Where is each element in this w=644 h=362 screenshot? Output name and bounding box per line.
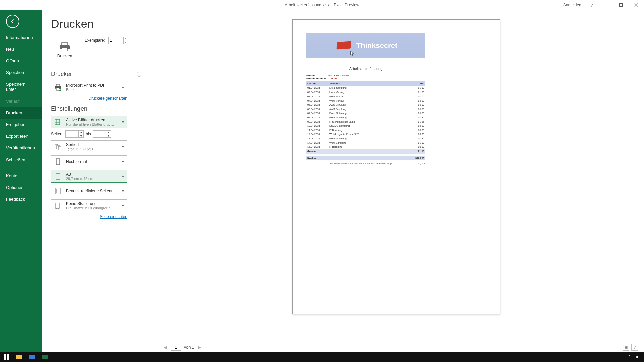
page-setup-link[interactable]: Seite einrichten [51,214,127,219]
table-row: 04.04.2018Word Vortrag02:00 [306,99,425,103]
table-row: 07.04.2018Excel Schulung06:00 [306,111,425,116]
svg-rect-4 [62,43,68,45]
copies-label: Exemplare: [85,38,105,43]
svg-rect-17 [58,146,61,150]
svg-rect-6 [62,48,67,51]
logo-text: Thinksecret [356,41,398,50]
margins-dropdown[interactable]: Benutzerdefinierte Seitenrän… [51,185,127,197]
sidebar-item-exportieren[interactable]: Exportieren [0,130,42,142]
print-scope-dropdown[interactable]: Aktive Blätter drucken Nur die aktiven B… [51,116,127,128]
minimize-button[interactable] [598,0,613,10]
svg-rect-21 [56,189,60,193]
zoom-to-page-button[interactable]: ⤢ [631,344,638,351]
back-button[interactable] [6,15,19,28]
chevron-down-icon [122,205,124,207]
collation-dropdown[interactable]: Sortiert 1;2;3 1;2;3 1;2;3 [51,140,127,153]
sidebar-item-schließen[interactable]: Schließen [0,154,42,166]
table-row: 03.04.2018Excel Vortrag01:00 [306,94,425,99]
sidebar-item-neu[interactable]: Neu [0,43,42,55]
table-row: 12.04.2018Webdesign für Kunde XYZ00:30 [306,132,425,137]
copies-spinner[interactable]: ▲▼ [108,37,128,44]
margins-icon [53,186,63,196]
sidebar-item-drucken[interactable]: Drucken [0,107,42,119]
print-preview-area: Thinksecret Arbeitszeiterfassung KundeFi… [149,10,644,352]
chevron-down-icon [122,161,124,163]
table-row: 09.04.2018IT Sicherheitsschulung01:15 [306,120,425,124]
next-page-button[interactable]: ▶ [197,345,202,350]
signin-link[interactable]: Anmelden [558,3,586,7]
settings-section-title: Einstellungen [51,105,141,112]
svg-rect-1 [620,4,623,7]
table-row: 11.04.2018IT Beratung00:00 [306,128,425,132]
collate-icon [53,142,63,152]
chevron-down-icon [122,190,124,192]
taskbar-app-generic[interactable] [25,352,38,362]
tray-chevron-up-icon[interactable]: ˄ [629,355,631,359]
chevron-down-icon [122,121,124,123]
backstage-sidebar: InformationenNeuÖffnenSpeichernSpeichern… [0,10,42,352]
table-row: 08.04.2018Excel Schulung01:30 [306,115,425,120]
close-button[interactable] [629,0,644,10]
sidebar-item-veröffentlichen[interactable]: Veröffentlichen [0,142,42,154]
orientation-dropdown[interactable]: Hochformat [51,155,127,168]
page-icon [53,172,63,181]
start-button[interactable] [0,352,13,362]
portrait-icon [53,157,63,166]
taskbar-app-excel[interactable] [38,352,51,362]
svg-rect-27 [7,357,9,360]
sidebar-item-freigeben[interactable]: Freigeben [0,119,42,130]
sidebar-item-feedback[interactable]: Feedback [0,193,42,205]
prev-page-button[interactable]: ◀ [162,345,168,350]
sidebar-item-speichern[interactable]: Speichern [0,67,42,78]
sidebar-item-konto[interactable]: Konto [0,170,42,182]
cursor-icon [350,51,355,57]
sidebar-item-optionen[interactable]: Optionen [0,182,42,193]
sheets-icon [53,117,63,127]
sidebar-item-verlauf: Verlauf [0,95,42,107]
show-margins-button[interactable]: ▦ [623,344,629,351]
svg-rect-11 [55,119,60,125]
title-bar: Arbeitszeiterfassung.xlsx – Excel Previe… [0,0,644,10]
print-button[interactable]: Drucken [51,37,78,64]
svg-point-10 [59,88,61,91]
page-navigator: ◀ von 1 ▶ [162,344,202,351]
svg-rect-19 [56,173,60,179]
printer-icon [53,83,63,92]
pages-to-spinner[interactable]: ▲▼ [93,130,111,138]
scaling-dropdown[interactable]: 100 Keine Skalierung Die Blätter in Orig… [51,199,127,212]
spinner-down-icon[interactable]: ▼ [124,40,128,44]
maximize-button[interactable] [613,0,629,10]
doc-title: Arbeitszeiterfassung [306,67,425,71]
logo-icon [334,40,354,52]
paper-size-dropdown[interactable]: A3 29,7 cm x 42 cm [51,170,127,183]
sidebar-item-informationen[interactable]: Informationen [0,32,42,43]
print-options-pane: Drucken Drucken Exemplare: ▲▼ Drucker [42,10,149,352]
page-title: Drucken [51,17,141,31]
doc-header-banner: Thinksecret [306,33,425,58]
table-row: 06.04.2018AWS Schulung06:00 [306,107,425,111]
sidebar-separator [5,168,36,168]
printer-dropdown[interactable]: Microsoft Print to PDF Bereit [51,81,127,94]
chevron-down-icon [122,87,124,88]
printer-section-title: Drucker [51,71,72,78]
table-row: 05.04.2018AWS Schulung06:00 [306,103,425,107]
pages-to-label: bis [86,132,91,136]
sidebar-item-speichern-unter[interactable]: Speichern unter [0,78,42,95]
sidebar-item-öffnen[interactable]: Öffnen [0,55,42,67]
refresh-icon[interactable] [136,71,142,77]
printer-properties-link[interactable]: Druckereigenschaften [51,96,127,101]
taskbar-app-explorer[interactable] [13,352,25,362]
svg-text:100: 100 [56,207,60,209]
print-button-label: Drucken [57,54,72,58]
pages-from-spinner[interactable]: ▲▼ [65,130,84,138]
help-button[interactable]: ? [586,3,598,8]
page-number-input[interactable] [171,344,181,351]
chevron-down-icon [122,176,124,177]
tray-volume-icon[interactable] [635,355,640,359]
spinner-up-icon[interactable]: ▲ [124,37,128,40]
window-title: Arbeitszeiterfassung.xlsx – Excel Previe… [285,3,359,7]
copies-input[interactable] [109,37,123,44]
chevron-down-icon [122,146,124,148]
svg-rect-25 [7,354,9,357]
svg-rect-24 [4,354,6,357]
